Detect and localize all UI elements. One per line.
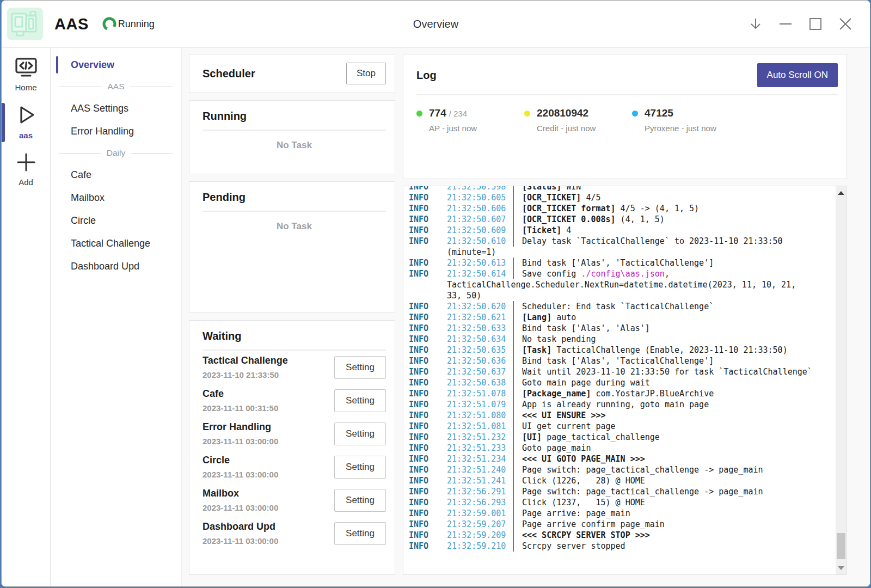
scrollbar-thumb[interactable] [837,533,845,559]
rail-item-label: aas [19,131,33,140]
task-next-run: 2023-11-11 03:00:00 [203,536,278,546]
stat-dot-icon [524,111,530,117]
window-title: Overview [413,18,458,30]
pending-panel: Pending No Task [189,181,395,313]
log-line: INFO21:32:50.613Bind task ['Alas', 'Tact… [403,258,836,268]
task-setting-button[interactable]: Setting [334,456,386,479]
nav-section-daily: Daily [51,143,181,163]
app-logo-icon [7,8,43,40]
log-line: INFO21:32:50.610Delay task `TacticalChal… [403,236,836,247]
stat-item-credit: 220810942Credit - just now [524,107,632,133]
log-line: INFO21:32:51.232[UI] page_tactical_chall… [403,432,836,443]
log-line: INFO21:32:51.079App is already running, … [403,399,836,410]
log-line: INFO21:32:50.636Bind task ['Alas', 'Tact… [403,356,836,366]
waiting-panel: Waiting Tactical Challenge2023-11-10 21:… [189,320,395,575]
auto-scroll-button[interactable]: Auto Scroll ON [757,63,838,87]
log-line: INFO21:32:51.240Page switch: page_tactic… [403,464,836,475]
log-line: INFO21:32:50.620Scheduler: End task `Tac… [403,301,836,312]
stat-label: Credit - just now [537,124,596,133]
task-setting-button[interactable]: Setting [334,389,386,412]
log-line: INFO21:32:50.635[Task] TacticalChallenge… [403,345,836,356]
log-line: INFO21:32:59.210Scrcpy server stopped [403,541,836,552]
log-title: Log [416,69,437,82]
scrollbar-up-button[interactable] [836,187,847,198]
task-row: Dashboard Upd2023-11-11 03:00:00Setting [203,517,386,550]
resource-stats: 774/ 234AP - just now220810942Credit - j… [416,107,838,133]
main-area: HomeaasAdd OverviewAASAAS SettingsError … [2,48,870,586]
scrollbar-down-button[interactable] [836,562,847,573]
nav-item-error-handling[interactable]: Error Handling [51,120,181,143]
log-line: INFO21:32:59.209<<< SCRCPY SERVER STOP >… [403,530,836,541]
task-setting-button[interactable]: Setting [334,356,386,379]
log-line: 33, 50) [403,290,836,301]
log-line: INFO21:32:50.634No task pending [403,334,836,345]
waiting-title: Waiting [203,330,386,342]
stat-dot-icon [416,111,422,117]
down-triangle-icon [838,566,844,570]
log-line: INFO21:32:51.241Click (1226, 28) @ HOME [403,475,836,486]
task-column: Scheduler Stop Running No Task Pending N… [189,54,395,575]
active-indicator [2,103,5,142]
nav-panel: OverviewAASAAS SettingsError HandlingDai… [51,48,181,586]
log-scrollbar[interactable] [836,186,847,574]
running-spinner-icon [102,16,117,32]
nav-item-aas-settings[interactable]: AAS Settings [51,97,181,120]
task-next-run: 2023-11-11 00:31:50 [203,403,278,413]
close-icon [838,17,852,31]
task-row: Tactical Challenge2023-11-10 21:33:50Set… [203,351,386,384]
running-title: Running [203,110,386,122]
log-line: INFO21:32:50.614Save config ./config\aas… [403,268,836,279]
up-triangle-icon [838,191,844,195]
log-line: INFO21:32:51.078[Package_name] com.Yosta… [403,388,836,399]
pending-empty-label: No Task [203,221,386,232]
task-setting-button[interactable]: Setting [334,422,386,445]
log-line: INFO21:32:51.233Goto page_main [403,443,836,454]
task-name: Tactical Challenge [203,355,288,366]
log-output-panel: INFO21:32:50.598[Status] WININFO21:32:50… [403,186,847,575]
log-line: INFO21:32:50.606[OCR_TICKET format] 4/5 … [403,203,836,214]
nav-section-aas: AAS [51,76,181,97]
task-row: Error Handling2023-11-11 03:00:00Setting [203,417,386,450]
nav-item-cafe[interactable]: Cafe [51,163,181,186]
hide-to-tray-button[interactable] [743,11,768,36]
minimize-button[interactable] [773,11,798,36]
maximize-button[interactable] [803,11,828,36]
log-line: INFO21:32:50.637Wait until 2023-11-10 21… [403,366,836,377]
stop-button[interactable]: Stop [346,63,386,84]
task-name: Dashboard Upd [203,521,278,532]
nav-section-label: AAS [108,82,125,91]
task-setting-button[interactable]: Setting [334,522,386,545]
task-setting-button[interactable]: Setting [334,489,386,512]
close-button[interactable] [833,11,858,36]
log-line: INFO21:32:51.080<<< UI ENSURE >>> [403,410,836,421]
log-line: INFO21:32:50.633Bind task ['Alas', 'Alas… [403,323,836,334]
log-line: INFO21:32:50.605[OCR_TICKET] 4/5 [403,192,836,203]
rail-item-home[interactable]: Home [2,55,50,95]
task-row: Circle2023-11-11 03:00:00Setting [203,450,386,483]
nav-item-mailbox[interactable]: Mailbox [51,186,181,209]
scheduler-title: Scheduler [203,68,255,80]
task-name: Error Handling [203,421,278,433]
running-empty-label: No Task [203,140,386,151]
stat-dot-icon [632,111,638,117]
log-line: INFO21:32:50.638Goto main page during wa… [403,377,836,388]
task-next-run: 2023-11-11 03:00:00 [203,470,278,479]
log-line: INFO21:32:51.081UI get current page [403,421,836,432]
nav-item-dashboard-upd[interactable]: Dashboard Upd [51,255,181,278]
log-line: INFO21:32:56.291Page switch: page_tactic… [403,486,836,497]
log-scroll-area[interactable]: INFO21:32:50.598[Status] WININFO21:32:50… [403,186,836,574]
scheduler-status: Running [102,16,155,32]
nav-item-circle[interactable]: Circle [51,209,181,232]
nav-item-tactical-challenge[interactable]: Tactical Challenge [51,232,181,255]
rail-item-aas[interactable]: aas [2,102,50,143]
stat-value: 774 [429,107,446,119]
log-column: Log Auto Scroll ON 774/ 234AP - just now… [403,54,847,575]
rail-item-add[interactable]: Add [2,150,50,190]
log-line: TacticalChallenge.Scheduler.NextRun=date… [403,279,836,290]
plus-icon [15,152,37,175]
task-next-run: 2023-11-10 21:33:50 [203,370,288,379]
rail-item-label: Add [19,177,33,187]
nav-item-overview[interactable]: Overview [51,53,181,76]
stat-value: 220810942 [537,107,588,119]
status-text: Running [118,19,155,30]
